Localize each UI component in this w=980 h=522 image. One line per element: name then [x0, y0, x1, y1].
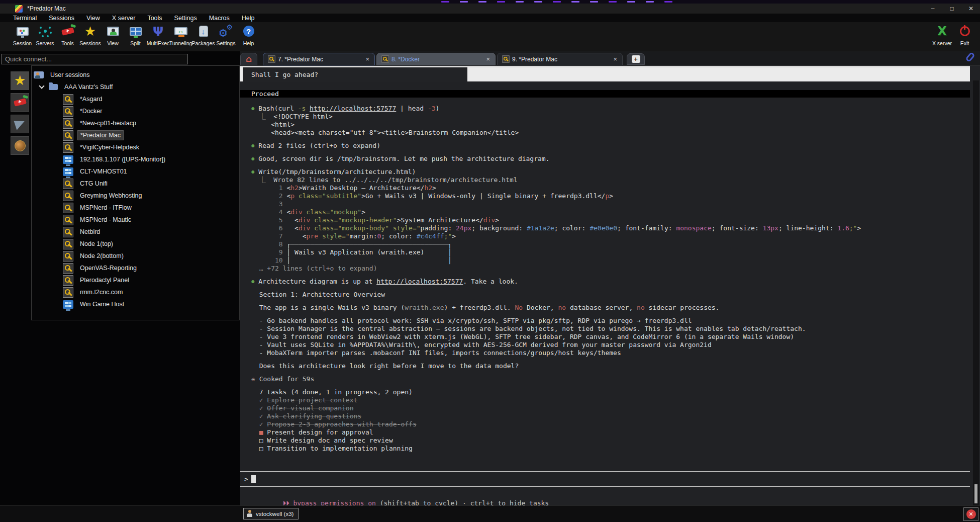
toolbar-multiexec-button[interactable]: ΨMultiExec — [147, 23, 169, 50]
terminal-line — [251, 383, 965, 388]
session-item-label: rmm.t2cnc.com — [77, 288, 125, 297]
session-item[interactable]: Node 1(top) — [32, 238, 239, 250]
tab-label: 8. *Docker — [391, 56, 420, 63]
terminal-line: - MobaXTerm importer parses .mobaconf IN… — [251, 349, 965, 357]
session-item[interactable]: *Docker — [32, 105, 239, 117]
toolbar-tunneling-label: Tunneling — [169, 40, 192, 46]
toolbar-servers-button[interactable]: Servers — [34, 23, 56, 50]
terminal-line — [251, 299, 965, 304]
minimize-button[interactable]: – — [929, 5, 937, 12]
session-item-label: *VigilCyber-Helpdesk — [77, 143, 142, 152]
session-item[interactable]: OpenVAS-Reporting — [32, 262, 239, 274]
toolbar-exit-button[interactable]: Exit — [953, 23, 976, 50]
toolbar-session-button[interactable]: Session — [11, 23, 34, 50]
terminal-line — [251, 273, 965, 278]
ssh-key-icon — [63, 227, 73, 237]
xserver-icon: X — [937, 23, 947, 39]
menu-sessions[interactable]: Sessions — [49, 15, 74, 22]
toolbar-settings-button[interactable]: ⚙⚙Settings — [215, 23, 237, 50]
tab-home[interactable]: ⌂ — [240, 53, 257, 65]
toolbar-packages-button[interactable]: Packages — [192, 23, 215, 50]
session-item[interactable]: *VigilCyber-Helpdesk — [32, 141, 239, 153]
terminal-line: 3 — [251, 200, 965, 208]
session-item[interactable]: Node 2(bottom) — [32, 250, 239, 262]
toolbar-help-button[interactable]: ?Help — [237, 23, 260, 50]
tab-7[interactable]: 7. *Predator Mac× — [263, 53, 375, 65]
tab-8[interactable]: 8. *Docker× — [376, 53, 496, 65]
view-icon — [107, 23, 119, 39]
session-item[interactable]: MSPNerd - Mautic — [32, 214, 239, 226]
new-tab-button[interactable]: + — [627, 53, 645, 65]
strip-tools-button[interactable] — [11, 93, 29, 112]
session-item[interactable]: *Predator Mac — [32, 129, 239, 141]
session-item[interactable]: CTG Unifi — [32, 178, 239, 190]
home-icon: ⌂ — [246, 55, 252, 63]
terminal-line: 6 <div class="mockup-body" style="paddin… — [251, 224, 965, 232]
paperclip-icon[interactable] — [965, 52, 975, 63]
toolbar-view-button[interactable]: View — [102, 23, 124, 50]
session-item[interactable]: AAA Vantz's Stuff — [32, 81, 239, 93]
ssh-key-icon — [268, 55, 275, 62]
session-item[interactable]: 192.168.1.107 ([UPS-Monitor]) — [32, 153, 239, 165]
sessions-icon: ★ — [84, 23, 96, 39]
terminal-line: ⎿ <!DOCTYPE html> — [251, 113, 965, 121]
terminal-scrollbar[interactable] — [973, 80, 979, 505]
session-item[interactable]: Win Game Host — [32, 298, 239, 310]
menu-tools[interactable]: Tools — [147, 15, 162, 22]
chevron-down-icon[interactable] — [39, 83, 44, 89]
strip-network-button[interactable] — [11, 136, 29, 155]
session-item[interactable]: CLT-VMHOST01 — [32, 165, 239, 178]
toolbar: SessionServersTools★SessionsViewSplitΨMu… — [0, 22, 980, 51]
session-item[interactable]: Pterodactyl Panel — [32, 274, 239, 286]
toolbar-tunneling-button[interactable]: Tunneling — [169, 23, 192, 50]
menu-x-server[interactable]: X server — [112, 15, 136, 22]
toolbar-xserver-button[interactable]: XX server — [931, 23, 953, 50]
strip-sftp-button[interactable] — [11, 115, 29, 133]
menu-view[interactable]: View — [86, 15, 100, 22]
session-item[interactable]: Greyming Webhosting — [32, 190, 239, 202]
session-item[interactable]: *New-cp01-heistacp — [32, 117, 239, 129]
toolbar-tools-button[interactable]: Tools — [56, 23, 79, 50]
close-button[interactable]: ✕ — [967, 5, 975, 12]
session-user-button[interactable]: vstockwell (x3) — [243, 508, 299, 519]
terminal-line: ✓ Propose 2-3 approaches with trade-offs — [251, 420, 965, 428]
terminal-line — [251, 370, 965, 375]
toolbar-split-button[interactable]: Split — [124, 23, 147, 50]
split-icon — [130, 23, 142, 39]
notification-close-button[interactable]: ✕ — [963, 507, 978, 521]
prompt-row[interactable]: > — [244, 474, 256, 484]
toolbar-sessions-button[interactable]: ★Sessions — [79, 23, 102, 50]
tab-9[interactable]: 9. *Predator Mac× — [497, 53, 623, 65]
session-item[interactable]: *Asgard — [32, 93, 239, 105]
quick-connect-input[interactable] — [1, 54, 188, 64]
tab-close-icon[interactable]: × — [613, 55, 617, 63]
dialog-option-proceed[interactable]: Proceed — [240, 90, 970, 98]
terminal-panel: ⌂ 7. *Predator Mac×8. *Docker×9. *Predat… — [240, 51, 980, 505]
permission-dialog-row: Shall I go ahead? — [240, 66, 970, 82]
tab-close-icon[interactable]: × — [486, 55, 490, 63]
titlebar[interactable]: *Predator Mac – □ ✕ — [0, 4, 980, 14]
menu-macros[interactable]: Macros — [209, 15, 230, 22]
session-item-label: Greyming Webhosting — [77, 191, 144, 200]
tab-close-icon[interactable]: × — [365, 55, 369, 63]
terminal-line: - Vue 3 frontend renders in WebView2 wit… — [251, 333, 965, 341]
session-tree-panel[interactable]: User sessionsAAA Vantz's Stuff*Asgard*Do… — [31, 65, 240, 320]
exit-icon — [960, 23, 970, 39]
maximize-button[interactable]: □ — [948, 5, 956, 12]
multiexec-icon: Ψ — [153, 23, 163, 39]
session-user-label: vstockwell (x3) — [256, 511, 293, 517]
menu-settings[interactable]: Settings — [174, 15, 197, 22]
session-item[interactable]: Netbird — [32, 226, 239, 238]
plus-icon: + — [632, 55, 640, 63]
menu-help[interactable]: Help — [242, 15, 255, 22]
session-item[interactable]: MSPNerd - ITFlow — [32, 202, 239, 214]
strip-favorites-button[interactable]: ★ — [11, 71, 29, 90]
menu-terminal[interactable]: Terminal — [13, 15, 37, 22]
ssh-key-icon — [63, 179, 73, 189]
scrollbar-thumb[interactable] — [974, 484, 977, 503]
terminal[interactable]: Shall I go ahead? Proceed ⏺ Bash(curl -s… — [240, 65, 980, 506]
background-window-fragment — [571, 1, 579, 3]
session-item[interactable]: User sessions — [32, 69, 239, 81]
session-item[interactable]: rmm.t2cnc.com — [32, 286, 239, 298]
toolbar-xserver-label: X server — [932, 40, 952, 46]
